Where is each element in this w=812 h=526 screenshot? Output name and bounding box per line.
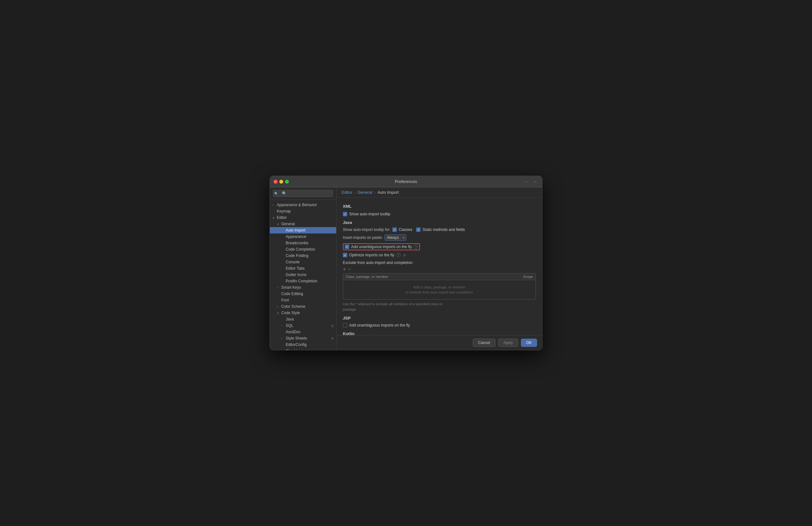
kotlin-section-header: Kotlin xyxy=(343,331,536,335)
xml-show-tooltip-row: ✓ Show auto-import tooltip xyxy=(343,212,536,216)
sidebar-item-smart-keys[interactable]: › Smart Keys xyxy=(270,284,336,290)
sidebar-item-appearance[interactable]: Appearance xyxy=(270,233,336,240)
sidebar-item-asciidoc[interactable]: AsciiDoc xyxy=(270,329,336,335)
exclude-label: Exclude from auto-import and completion: xyxy=(343,260,536,265)
jsp-unambiguous-label[interactable]: Add unambiguous imports on the fly xyxy=(343,323,410,327)
sidebar-item-auto-import[interactable]: Auto Import xyxy=(270,227,336,233)
sidebar-item-editor[interactable]: ∨ Editor xyxy=(270,214,336,221)
sidebar-item-label: Appearance xyxy=(286,234,334,239)
java-tooltip-for-row: Show auto-import tooltip for: ✓ Classes … xyxy=(343,227,536,232)
sidebar-item-general[interactable]: ∨ General xyxy=(270,221,336,227)
java-classes-label[interactable]: ✓ Classes xyxy=(392,227,412,232)
arrow-icon: ∨ xyxy=(277,222,281,226)
exclude-section: Exclude from auto-import and completion:… xyxy=(343,260,536,312)
java-unambiguous-checkbox[interactable]: ✓ xyxy=(345,245,349,249)
java-section-header: Java xyxy=(343,220,536,225)
sidebar-item-console[interactable]: Console xyxy=(270,259,336,265)
sidebar-item-code-folding[interactable]: Code Folding xyxy=(270,253,336,259)
preferences-window: Preferences ← → › Appearance & Behavior … xyxy=(270,176,542,350)
sidebar-item-label: Console xyxy=(286,260,334,264)
arrow-icon: › xyxy=(272,203,277,207)
xml-show-tooltip-label[interactable]: ✓ Show auto-import tooltip xyxy=(343,212,390,216)
sidebar-item-appearance-behavior[interactable]: › Appearance & Behavior xyxy=(270,202,336,208)
search-input[interactable] xyxy=(273,190,333,197)
java-unambiguous-tooltip-icon[interactable]: ? xyxy=(414,245,418,249)
close-button[interactable] xyxy=(274,180,277,184)
sidebar-item-label: EditorConfig xyxy=(286,342,334,347)
sidebar-search-area xyxy=(270,187,336,200)
titlebar: Preferences ← → xyxy=(270,176,542,187)
maximize-button[interactable] xyxy=(285,180,289,184)
java-unambiguous-row: ✓ Add unambiguous imports on the fly ? xyxy=(343,243,536,250)
sidebar-item-label: Color Scheme xyxy=(281,304,334,309)
sidebar-item-gherkin[interactable]: Gherkin xyxy=(270,348,336,350)
sidebar-item-label: Style Sheets xyxy=(286,336,331,341)
java-tooltip-for-label: Show auto-import tooltip for: xyxy=(343,227,390,232)
sidebar-item-label: Keymap xyxy=(277,209,334,213)
sidebar-item-color-scheme[interactable]: › Color Scheme xyxy=(270,303,336,310)
arrow-icon: ∨ xyxy=(272,216,277,219)
xml-section-header: XML xyxy=(343,204,536,209)
java-optimize-tooltip-icon[interactable]: ? xyxy=(396,253,401,257)
jsp-section-header: JSP xyxy=(343,316,536,321)
sidebar-item-label: Smart Keys xyxy=(281,285,334,290)
sidebar-item-editor-tabs[interactable]: Editor Tabs xyxy=(270,265,336,272)
settings-panel: XML ✓ Show auto-import tooltip Java Show… xyxy=(336,198,542,335)
exclude-table: Class, package, or member Scope Add a cl… xyxy=(343,273,536,300)
arrow-icon: › xyxy=(281,337,286,340)
add-exclude-button[interactable]: + xyxy=(343,267,346,272)
sidebar-item-label: Gutter Icons xyxy=(286,272,334,277)
traffic-lights xyxy=(274,180,289,184)
sidebar-item-label: Code Editing xyxy=(281,292,334,296)
java-optimize-label[interactable]: ✓ Optimize imports on the fly ? ⊞ xyxy=(343,253,406,257)
ok-button[interactable]: OK xyxy=(521,339,537,347)
breadcrumb-general[interactable]: General xyxy=(358,190,372,195)
sidebar-item-code-editing[interactable]: Code Editing xyxy=(270,290,336,297)
sidebar-item-label: SQL xyxy=(286,323,331,328)
sidebar-item-java[interactable]: Java xyxy=(270,316,336,323)
java-static-checkbox[interactable]: ✓ xyxy=(416,227,421,232)
breadcrumb: Editor › General › Auto Import xyxy=(336,187,542,198)
java-classes-checkbox[interactable]: ✓ xyxy=(392,227,397,232)
remove-exclude-button[interactable]: − xyxy=(348,267,350,272)
sidebar-item-keymap[interactable]: Keymap xyxy=(270,208,336,214)
sidebar-item-sql[interactable]: › SQL ⊞ xyxy=(270,323,336,329)
java-classes-text: Classes xyxy=(399,227,412,232)
sidebar-item-label: Editor Tabs xyxy=(286,266,334,271)
back-arrow[interactable]: ← xyxy=(523,179,530,185)
breadcrumb-auto-import: Auto Import xyxy=(377,190,399,195)
sidebar-item-label: Editor xyxy=(277,215,334,220)
plugin-icon: ⊞ xyxy=(331,337,334,340)
sidebar-item-editorconfig[interactable]: EditorConfig xyxy=(270,341,336,348)
sidebar-item-breadcrumbs[interactable]: Breadcrumbs xyxy=(270,240,336,246)
sidebar-item-label: Auto Import xyxy=(286,228,334,232)
apply-button[interactable]: Apply xyxy=(498,339,518,347)
java-insert-paste-select[interactable]: Always Ask Never xyxy=(385,234,406,241)
arrow-icon: › xyxy=(281,324,286,327)
titlebar-nav: ← → xyxy=(523,179,538,185)
sidebar-item-style-sheets[interactable]: › Style Sheets ⊞ xyxy=(270,335,336,341)
xml-show-tooltip-checkbox[interactable]: ✓ xyxy=(343,212,347,216)
content-area: Editor › General › Auto Import XML ✓ Sho… xyxy=(336,187,542,350)
java-optimize-checkbox[interactable]: ✓ xyxy=(343,253,347,257)
forward-arrow[interactable]: → xyxy=(532,179,538,185)
minimize-button[interactable] xyxy=(279,180,283,184)
sidebar-item-label: Appearance & Behavior xyxy=(277,203,334,207)
arrow-icon: ∨ xyxy=(277,311,281,315)
sidebar-item-postfix-completion[interactable]: Postfix Completion xyxy=(270,278,336,284)
breadcrumb-editor[interactable]: Editor xyxy=(342,190,352,195)
sidebar-item-font[interactable]: Font xyxy=(270,297,336,303)
sidebar-item-label: Gherkin xyxy=(286,349,334,350)
sidebar-item-label: Code Style xyxy=(281,311,334,315)
java-static-label[interactable]: ✓ Static methods and fields xyxy=(416,227,465,232)
jsp-unambiguous-row: Add unambiguous imports on the fly xyxy=(343,323,536,327)
cancel-button[interactable]: Cancel xyxy=(473,339,495,347)
sidebar-item-code-style[interactable]: ∨ Code Style xyxy=(270,310,336,316)
sidebar-item-label: Font xyxy=(281,298,334,302)
jsp-unambiguous-checkbox[interactable] xyxy=(343,323,347,327)
java-optimize-row: ✓ Optimize imports on the fly ? ⊞ xyxy=(343,253,536,257)
sidebar-item-gutter-icons[interactable]: Gutter Icons xyxy=(270,272,336,278)
java-unambiguous-text: Add unambiguous imports on the fly xyxy=(351,245,412,249)
java-optimize-link-icon[interactable]: ⊞ xyxy=(403,254,406,257)
sidebar-item-code-completion[interactable]: Code Completion xyxy=(270,246,336,253)
